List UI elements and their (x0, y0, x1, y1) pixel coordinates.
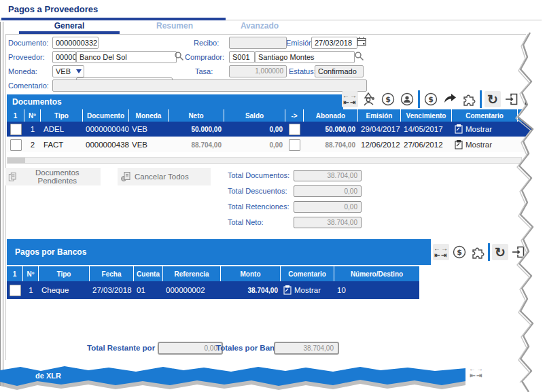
chevron-down-icon (76, 69, 82, 73)
resize-columns-icon-remnant: ←→⇤⇥ (469, 366, 484, 379)
documento-label: Documento: (8, 39, 48, 47)
column-header[interactable]: Nº (23, 266, 39, 281)
cell-comentario[interactable]: Mostrar (281, 281, 334, 299)
table-row[interactable]: 1 ADEL 0000000040 VEB 50.000,00 0,00 50.… (7, 122, 545, 137)
row-checkbox[interactable] (10, 124, 22, 135)
totales-bancos-value: 38.704,00 (274, 342, 339, 355)
refresh-icon[interactable]: ↻ (485, 91, 501, 107)
pagos-bancos-section-header: Pagos por Bancos (7, 239, 431, 265)
documentos-pendientes-button[interactable]: Documentos Pendientes (5, 168, 101, 185)
transfer-checkbox[interactable] (289, 139, 300, 151)
column-header[interactable]: Tipo (39, 266, 90, 281)
resize-columns-icon[interactable]: ←→⇤⇥ (342, 91, 358, 107)
total-descuentos-label: Total Descuentos: (228, 187, 287, 195)
column-header[interactable]: Saldo (224, 109, 285, 122)
panel-border-left (5, 34, 6, 360)
comprador-search-icon[interactable] (353, 50, 365, 62)
cell-moneda: VEB (129, 137, 169, 152)
toolbar-separator (488, 243, 490, 261)
cell-abonado: 88.704,00 (304, 137, 358, 152)
cancelar-todos-button[interactable]: Cancelar Todos (118, 168, 211, 185)
recibo-field (229, 37, 287, 49)
cell-vencimiento: 27/06/2012 (401, 137, 452, 152)
column-header[interactable]: Vencimiento (401, 109, 452, 122)
column-header[interactable]: Emisión (358, 109, 401, 122)
coin-dollar-icon[interactable]: $ (423, 91, 439, 107)
refresh-icon[interactable]: ↻ (492, 244, 508, 260)
user-icon[interactable] (399, 91, 415, 107)
cell-n: 1 (23, 281, 39, 299)
tab-resumen[interactable]: Resumen (127, 21, 222, 31)
moneda-code-select[interactable]: VEB (52, 65, 84, 77)
column-header[interactable]: Comentario (281, 266, 334, 281)
documento-field[interactable]: 0000000332 (52, 37, 99, 49)
recibo-label: Recibo: (194, 39, 219, 47)
comentario-field[interactable] (52, 79, 367, 92)
row-checkbox[interactable] (10, 285, 21, 296)
proveedor-search-icon[interactable] (173, 50, 185, 62)
panel-border-top (5, 34, 526, 35)
scrollbar-thumb[interactable] (7, 158, 25, 163)
proveedor-code-field[interactable]: 0000001 (52, 51, 76, 63)
column-header[interactable]: Monto (221, 266, 281, 281)
column-header[interactable]: Documento (83, 109, 129, 122)
cell-tipo: FACT (41, 137, 83, 152)
emision-field[interactable]: 27/03/2018 (311, 37, 357, 49)
cell-documento: 0000000438 (83, 137, 129, 152)
puzzle-icon[interactable] (461, 91, 477, 107)
cell-monto: 38.704,00 (221, 281, 281, 299)
total-documentos-label: Total Documentos: (228, 171, 289, 179)
total-documentos-value: 38.704,00 (294, 170, 362, 181)
column-header[interactable]: Número/Destino (334, 266, 419, 281)
column-header[interactable]: Cuenta (134, 266, 163, 281)
comprador-label: Comprador: (185, 53, 224, 61)
svg-text:$: $ (428, 95, 434, 104)
column-header[interactable]: -> (285, 109, 304, 122)
column-header[interactable]: Tipo (41, 109, 83, 122)
cell-n: 2 (24, 137, 41, 152)
puzzle-icon[interactable] (470, 244, 486, 260)
svg-text:$: $ (457, 248, 462, 257)
documentos-header-row: 1 Nº Tipo Documento Moneda Neto Saldo ->… (7, 109, 545, 122)
left-border-inner (3, 22, 3, 386)
cell-referencia: 000000002 (163, 281, 221, 299)
page-title: Pagos a Proveedores (8, 4, 98, 14)
documentos-table: 1 Nº Tipo Documento Moneda Neto Saldo ->… (7, 109, 545, 153)
column-header[interactable]: 1 (7, 109, 24, 122)
app-window: Pagos a Proveedores General Resumen Avan… (0, 0, 545, 392)
row-checkbox[interactable] (10, 139, 22, 151)
horizontal-scrollbar[interactable] (7, 157, 522, 164)
column-header[interactable]: 1 (7, 266, 23, 281)
column-header[interactable]: Fecha (90, 266, 134, 281)
tab-avanzado[interactable]: Avanzado (212, 21, 307, 31)
cell-saldo: 0,00 (224, 122, 285, 137)
table-row[interactable]: 2 FACT 0000000438 VEB 88.704,00 0,00 88.… (7, 137, 545, 153)
coin-dollar-icon[interactable]: $ (451, 244, 468, 260)
tab-general[interactable]: General (20, 21, 118, 31)
wizard-icon[interactable] (361, 91, 377, 107)
forward-arrow-icon[interactable] (442, 91, 458, 107)
resize-columns-icon[interactable]: ←→⇤⇥ (433, 244, 449, 260)
column-header[interactable]: Nº (24, 109, 41, 122)
clipboard-icon-label: Mostrar (294, 286, 321, 294)
documents-icon (120, 171, 132, 183)
coin-dollar-icon[interactable]: $ (380, 91, 396, 107)
moneda-label: Moneda: (8, 67, 37, 75)
cell-vencimiento: 14/05/2017 (401, 122, 452, 137)
column-header[interactable]: Neto (169, 109, 224, 122)
column-header[interactable]: Referencia (163, 266, 221, 281)
pagos-header-row: 1 Nº Tipo Fecha Cuenta Referencia Monto … (7, 266, 419, 281)
total-descuentos-value: 0,00 (294, 185, 362, 197)
column-header[interactable]: Moneda (129, 109, 169, 122)
pagos-bancos-table: 1 Nº Tipo Fecha Cuenta Referencia Monto … (7, 266, 419, 300)
comprador-code-field[interactable]: S001 (229, 51, 255, 63)
column-header[interactable]: Abonado (304, 109, 358, 122)
table-row[interactable]: 1 Cheque 27/03/2018 01 000000002 38.704,… (7, 281, 419, 300)
total-neto-label: Total Neto: (228, 218, 264, 226)
transfer-checkbox[interactable] (289, 124, 300, 135)
comprador-name-field[interactable]: Santiago Montes (255, 51, 355, 63)
calendar-icon[interactable] (355, 35, 368, 48)
cell-abonado: 50.000,00 (304, 122, 358, 137)
estatus-label: Estatus: (289, 67, 316, 75)
proveedor-name-field[interactable]: Banco Del Sol (76, 51, 177, 63)
